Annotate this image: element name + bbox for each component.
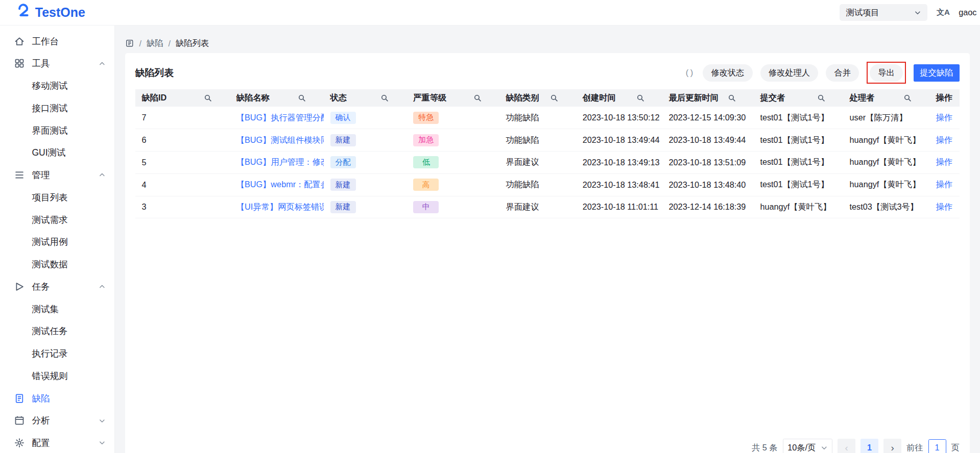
sidebar-item-label: 错误规则 <box>32 370 68 382</box>
sidebar-item-label: GUI测试 <box>32 146 66 159</box>
defect-name-link[interactable]: 【BUG】用户管理：修改 <box>236 157 324 166</box>
toolbar-button-1[interactable]: 修改处理人 <box>760 64 819 82</box>
column-label: 缺陷ID <box>142 92 167 104</box>
severity-badge: 低 <box>413 156 439 168</box>
column-label: 提交者 <box>760 92 785 104</box>
cell-category: 功能缺陷 <box>506 180 539 189</box>
page-icon <box>125 39 134 48</box>
defect-name-link[interactable]: 【BUG】webmr：配置参 <box>236 180 324 189</box>
page-size-select[interactable]: 10条/页 <box>783 439 833 453</box>
sidebar-item-6[interactable]: 管理 <box>0 164 114 186</box>
severity-badge: 高 <box>413 179 439 191</box>
submit-defect-button[interactable]: 提交缺陷 <box>914 64 960 82</box>
defect-name-link[interactable]: 【BUG】测试组件模块同 <box>236 135 324 144</box>
defect-table: 缺陷ID缺陷名称状态严重等级缺陷类别创建时间最后更新时间提交者处理者操作 7【B… <box>135 89 960 218</box>
column-label: 严重等级 <box>413 92 446 104</box>
cell-category: 功能缺陷 <box>506 113 539 122</box>
sidebar-item-10[interactable]: 测试数据 <box>0 253 114 275</box>
chevron-down-icon <box>99 439 106 446</box>
goto-page-input[interactable] <box>928 439 946 452</box>
sidebar-item-label: 项目列表 <box>32 191 68 204</box>
cell-id: 3 <box>142 202 147 211</box>
search-icon[interactable] <box>550 94 558 102</box>
current-page[interactable]: 1 <box>861 439 878 453</box>
breadcrumb-item-1[interactable]: 缺陷列表 <box>176 38 209 49</box>
topbar: TestOne 测试项目 文A gaoc <box>0 0 980 26</box>
defect-name-link[interactable]: 【UI异常】网页标签错误 <box>236 202 324 211</box>
chevron-down-icon <box>821 444 828 451</box>
translate-icon[interactable]: 文A <box>937 8 950 17</box>
toolbar-button-2[interactable]: 合并 <box>826 64 859 82</box>
table-row: 6【BUG】测试组件模块同新建加急功能缺陷2023-10-18 13:49:44… <box>135 129 960 152</box>
search-icon[interactable] <box>903 94 912 102</box>
search-icon[interactable] <box>817 94 825 102</box>
sidebar-item-16[interactable]: 缺陷 <box>0 387 114 410</box>
sidebar-item-18[interactable]: 配置 <box>0 432 114 452</box>
sidebar-item-3[interactable]: 接口测试 <box>0 97 114 119</box>
search-icon[interactable] <box>728 94 736 102</box>
cell-category: 界面建议 <box>506 157 539 166</box>
main-content: /缺陷/缺陷列表 缺陷列表 ()修改状态修改处理人合并导出提交缺陷 缺陷ID缺陷… <box>115 26 980 453</box>
logo[interactable]: TestOne <box>15 4 85 21</box>
toolbar-button-3[interactable]: 导出 <box>870 64 903 82</box>
sidebar-item-1[interactable]: 工具 <box>0 53 114 75</box>
sidebar-item-7[interactable]: 项目列表 <box>0 186 114 209</box>
sidebar-item-11[interactable]: 任务 <box>0 275 114 298</box>
send-icon <box>14 282 25 292</box>
search-icon[interactable] <box>473 94 482 102</box>
calendar-icon <box>14 415 25 425</box>
breadcrumb-item-0[interactable]: 缺陷 <box>147 38 163 49</box>
sidebar-item-0[interactable]: 工作台 <box>0 30 114 53</box>
next-page-button[interactable]: › <box>883 439 901 453</box>
row-action-link[interactable]: 操作 <box>936 180 952 189</box>
cell-updated: 2023-12-15 14:09:30 <box>669 113 746 122</box>
sidebar-item-12[interactable]: 测试集 <box>0 298 114 320</box>
column-header-6: 最后更新时间 <box>662 89 754 107</box>
card-header: 缺陷列表 ()修改状态修改处理人合并导出提交缺陷 <box>135 62 960 84</box>
page-size-value: 10条/页 <box>787 442 816 453</box>
sidebar-item-17[interactable]: 分析 <box>0 410 114 432</box>
sidebar-item-13[interactable]: 测试任务 <box>0 320 114 343</box>
search-icon[interactable] <box>204 94 212 102</box>
cell-updated: 2023-10-18 13:51:09 <box>669 158 746 167</box>
code-brackets-icon[interactable]: () <box>686 68 695 78</box>
row-action-link[interactable]: 操作 <box>936 135 952 144</box>
row-action-link[interactable]: 操作 <box>936 113 952 122</box>
row-action-link[interactable]: 操作 <box>936 157 952 166</box>
topbar-right: 测试项目 文A gaoc <box>840 4 977 21</box>
sidebar-item-label: 测试任务 <box>32 325 68 337</box>
defect-list-card: 缺陷列表 ()修改状态修改处理人合并导出提交缺陷 缺陷ID缺陷名称状态严重等级缺… <box>125 53 970 453</box>
defect-name-link[interactable]: 【BUG】执行器管理分配 <box>236 113 324 122</box>
row-action-link[interactable]: 操作 <box>936 202 952 211</box>
cell-submitter: test01【测试1号】 <box>760 113 829 122</box>
sidebar-item-15[interactable]: 错误规则 <box>0 365 114 387</box>
sidebar-item-8[interactable]: 测试需求 <box>0 209 114 231</box>
cell-created: 2023-10-18 13:50:12 <box>583 113 660 122</box>
prev-page-button[interactable]: ‹ <box>838 439 855 453</box>
cell-updated: 2023-10-18 13:49:44 <box>669 135 746 144</box>
sidebar-item-4[interactable]: 界面测试 <box>0 119 114 142</box>
search-icon[interactable] <box>380 94 389 102</box>
search-icon[interactable] <box>298 94 306 102</box>
breadcrumb: /缺陷/缺陷列表 <box>115 26 980 53</box>
column-header-8: 处理者 <box>843 89 929 107</box>
document-icon <box>14 393 25 404</box>
cell-created: 2023-10-18 11:01:11 <box>583 202 658 211</box>
sidebar-item-label: 分析 <box>32 414 50 426</box>
sidebar-item-9[interactable]: 测试用例 <box>0 231 114 254</box>
chevron-up-icon <box>99 171 106 179</box>
sidebar-item-14[interactable]: 执行记录 <box>0 342 114 365</box>
project-select[interactable]: 测试项目 <box>840 4 928 21</box>
cell-created: 2023-10-18 13:48:41 <box>583 180 660 189</box>
cell-handler: huangyf【黄叶飞】 <box>850 180 921 189</box>
goto-label: 前往 <box>906 442 923 453</box>
body-row: 工作台工具移动测试接口测试界面测试GUI测试管理项目列表测试需求测试用例测试数据… <box>0 26 980 453</box>
search-icon[interactable] <box>636 94 644 102</box>
chevron-down-icon <box>914 9 921 16</box>
cell-id: 5 <box>142 158 147 167</box>
project-select-value: 测试项目 <box>846 7 879 18</box>
sidebar-item-5[interactable]: GUI测试 <box>0 142 114 164</box>
sidebar-item-2[interactable]: 移动测试 <box>0 74 114 97</box>
sidebar-item-label: 缺陷 <box>32 392 50 405</box>
toolbar-button-0[interactable]: 修改状态 <box>703 64 753 82</box>
